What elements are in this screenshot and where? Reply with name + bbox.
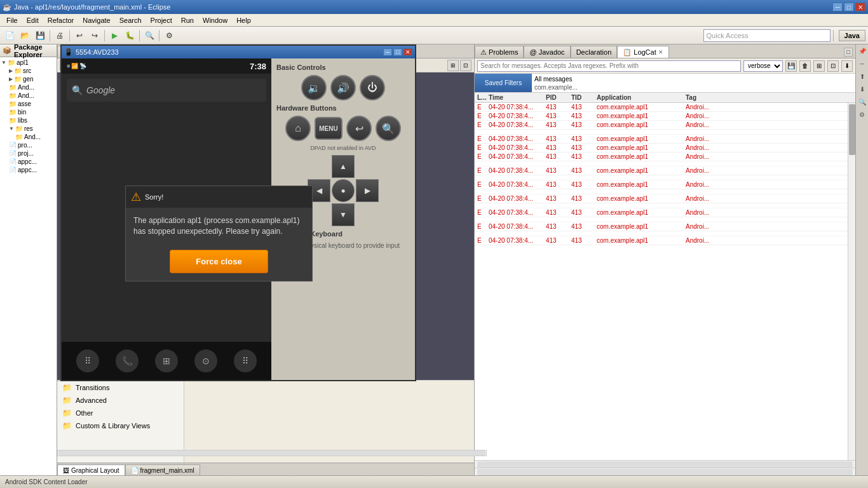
logcat-row[interactable]: E 04-20 07:38:4... 413 413 com.example.a… xyxy=(475,112,855,121)
palette-item-other[interactable]: 📁 Other xyxy=(57,407,184,419)
logcat-row[interactable]: E 04-20 07:38:4... 413 413 com.example.a… xyxy=(475,121,855,130)
tree-item-and1[interactable]: 📁 And... xyxy=(1,83,55,92)
menu-search[interactable]: Search xyxy=(116,15,146,25)
maximize-button[interactable]: □ xyxy=(844,3,854,11)
toolbar-run[interactable]: ▶ xyxy=(107,29,121,43)
right-icon-1[interactable]: 📌 xyxy=(857,46,867,56)
logcat-row[interactable] xyxy=(475,175,855,180)
logcat-scrollbar[interactable] xyxy=(848,103,855,460)
toolbar-search[interactable]: 🔍 xyxy=(142,29,156,43)
logcat-row[interactable] xyxy=(475,231,855,236)
palette-item-advanced[interactable]: 📁 Advanced xyxy=(57,394,184,407)
logcat-tab-problems[interactable]: ⚠ Problems xyxy=(475,46,524,58)
logcat-row[interactable] xyxy=(475,130,855,135)
view-btn-1[interactable]: ⊞ xyxy=(447,60,459,71)
logcat-close-icon[interactable]: ✕ xyxy=(658,49,663,55)
tree-item-bin[interactable]: 📁 bin xyxy=(1,108,55,116)
nav-btn-phone[interactable]: 📞 xyxy=(116,349,139,372)
logcat-row[interactable]: E 04-20 07:38:4... 413 413 com.example.a… xyxy=(475,180,855,189)
logcat-row[interactable]: E 04-20 07:38:4... 413 413 com.example.a… xyxy=(475,144,855,152)
bottom-tab-fragment-xml[interactable]: 📄 fragment_main.xml xyxy=(125,464,200,475)
menu-btn[interactable]: MENU xyxy=(315,117,342,140)
home-btn[interactable]: ⌂ xyxy=(285,116,311,141)
logcat-scroll-btn[interactable]: ⬇ xyxy=(841,60,853,72)
logcat-hscroll[interactable] xyxy=(475,460,855,468)
logcat-view-btn2[interactable]: ⊡ xyxy=(827,60,839,72)
bottom-tab-graphical[interactable]: 🖼 Graphical Layout xyxy=(57,464,125,475)
phone-search-bar[interactable]: 🔍 Google xyxy=(67,79,266,102)
logcat-save-btn[interactable]: 💾 xyxy=(785,60,797,72)
toolbar-debug[interactable]: 🐛 xyxy=(123,29,137,43)
toolbar-open[interactable]: 📂 xyxy=(18,29,32,43)
tree-item-pro1[interactable]: 📄 pro... xyxy=(1,141,55,149)
tree-item-src[interactable]: ▶ 📁 src xyxy=(1,67,55,75)
hscroll[interactable] xyxy=(57,450,474,456)
verbose-select[interactable]: verbose debug info warn error xyxy=(743,60,783,72)
dpad-down-btn[interactable]: ▼ xyxy=(332,203,355,226)
saved-filters-btn[interactable]: Saved Filters xyxy=(475,74,532,92)
nav-btn-grid[interactable]: ⊞ xyxy=(155,349,178,372)
vol-down-btn[interactable]: 🔉 xyxy=(301,75,327,100)
tree-item-proj[interactable]: 📄 proj... xyxy=(1,149,55,158)
power-btn[interactable]: ⏻ xyxy=(360,75,385,100)
logcat-row[interactable]: E 04-20 07:38:4... 413 413 com.example.a… xyxy=(475,194,855,203)
tree-item-asse[interactable]: 📁 asse xyxy=(1,100,55,108)
palette-item-custom[interactable]: 📁 Custom & Library Views xyxy=(57,419,184,432)
logcat-search-input[interactable] xyxy=(477,60,741,72)
restore-btn[interactable]: □ xyxy=(844,48,853,57)
search-hw-btn[interactable]: 🔍 xyxy=(376,116,401,141)
toolbar-java-button[interactable]: Java xyxy=(839,30,865,41)
logcat-row[interactable]: E 04-20 07:38:4... 413 413 com.example.a… xyxy=(475,152,855,161)
logcat-row[interactable]: E 04-20 07:38:4... 413 413 com.example.a… xyxy=(475,166,855,175)
avd-maximize-btn[interactable]: □ xyxy=(393,48,402,56)
menu-help[interactable]: Help xyxy=(233,15,255,25)
logcat-tab-javadoc[interactable]: @ Javadoc xyxy=(524,46,570,58)
tree-item-libs[interactable]: 📁 libs xyxy=(1,116,55,125)
logcat-view-btn1[interactable]: ⊞ xyxy=(813,60,825,72)
logcat-row[interactable] xyxy=(475,217,855,222)
nav-btn-circle[interactable]: ⊙ xyxy=(194,349,217,372)
right-icon-6[interactable]: ⚙ xyxy=(857,109,867,119)
tree-item-and3[interactable]: 📁 And... xyxy=(1,133,55,141)
logcat-row[interactable] xyxy=(475,203,855,208)
nav-btn-dots2[interactable]: ⠿ xyxy=(234,349,257,372)
logcat-row[interactable]: E 04-20 07:38:4... 413 413 com.example.a… xyxy=(475,208,855,217)
toolbar-new[interactable]: 📄 xyxy=(3,29,17,43)
menu-run[interactable]: Run xyxy=(177,15,198,25)
menu-refactor[interactable]: Refactor xyxy=(44,15,78,25)
logcat-row[interactable] xyxy=(475,189,855,194)
toolbar-save[interactable]: 💾 xyxy=(33,29,47,43)
logcat-row[interactable]: E 04-20 07:38:4... 413 413 com.example.a… xyxy=(475,103,855,112)
nav-btn-dots[interactable]: ⠿ xyxy=(76,349,99,372)
right-icon-3[interactable]: ⬆ xyxy=(857,71,867,81)
view-btn-2[interactable]: ⊡ xyxy=(460,60,471,71)
logcat-scrollbar-thumb[interactable] xyxy=(849,104,855,155)
menu-navigate[interactable]: Navigate xyxy=(79,15,114,25)
force-close-button[interactable]: Force close xyxy=(170,250,268,273)
logcat-row[interactable]: E 04-20 07:38:4... 413 413 com.example.a… xyxy=(475,135,855,144)
tree-item-appc1[interactable]: 📄 appc... xyxy=(1,158,55,166)
logcat-tab-declaration[interactable]: Declaration xyxy=(571,46,618,58)
menu-project[interactable]: Project xyxy=(147,15,176,25)
palette-item-transitions[interactable]: 📁 Transitions xyxy=(57,381,184,394)
tree-item-apl1[interactable]: ▼ 📁 apl1 xyxy=(1,58,55,67)
tree-item-and2[interactable]: 📁 And... xyxy=(1,92,55,100)
logcat-row[interactable]: E 04-20 07:38:4... 413 413 com.example.a… xyxy=(475,222,855,231)
back-btn[interactable]: ↩ xyxy=(346,116,372,141)
quick-access-box[interactable]: Quick Access xyxy=(703,29,831,42)
right-icon-4[interactable]: ⬇ xyxy=(857,84,867,94)
logcat-hscroll2[interactable] xyxy=(475,468,855,475)
avd-minimize-btn[interactable]: ─ xyxy=(383,48,392,56)
avd-close-btn[interactable]: ✕ xyxy=(403,48,412,56)
vol-up-btn[interactable]: 🔊 xyxy=(330,75,356,100)
logcat-tab-logcat[interactable]: 📋 LogCat ✕ xyxy=(617,46,668,58)
toolbar-undo[interactable]: ↩ xyxy=(72,29,86,43)
dpad-up-btn[interactable]: ▲ xyxy=(332,155,355,178)
logcat-clear-btn[interactable]: 🗑 xyxy=(799,60,811,72)
minimize-button[interactable]: ─ xyxy=(832,3,843,11)
logcat-row[interactable]: E 04-20 07:38:4... 413 413 com.example.a… xyxy=(475,236,855,245)
toolbar-redo[interactable]: ↪ xyxy=(88,29,102,43)
menu-window[interactable]: Window xyxy=(199,15,231,25)
menu-edit[interactable]: Edit xyxy=(23,15,43,25)
toolbar-settings[interactable]: ⚙ xyxy=(162,29,176,43)
